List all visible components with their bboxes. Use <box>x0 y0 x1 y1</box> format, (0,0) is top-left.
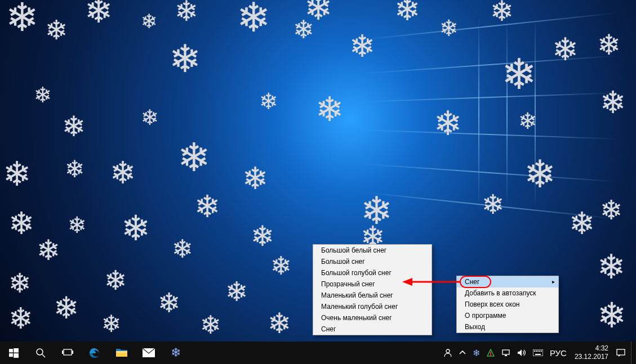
edge-icon <box>88 347 101 359</box>
svg-rect-23 <box>534 350 535 352</box>
svg-rect-26 <box>539 350 540 352</box>
windows-start-icon <box>9 348 19 358</box>
menu-item-label: Снег <box>465 278 479 286</box>
submenu-arrow-icon: ▸ <box>552 278 555 285</box>
taskbar: ❄ ❄ РУС 4:32 23.12.2017 <box>0 341 636 364</box>
svg-rect-28 <box>535 354 541 355</box>
menu-item-always-on-top[interactable]: Поверх всех окон <box>457 299 558 310</box>
menu-item-about[interactable]: О программе <box>457 310 558 321</box>
task-view-button[interactable] <box>54 341 81 364</box>
svg-rect-12 <box>72 350 73 354</box>
search-icon <box>35 348 46 358</box>
tray-keyboard-icon[interactable] <box>530 341 546 364</box>
tray-network-icon[interactable] <box>498 341 514 364</box>
svg-rect-24 <box>536 350 537 352</box>
submenu-item[interactable]: Очень маленький снег <box>313 312 432 323</box>
snow-app-taskbar-button[interactable]: ❄ <box>162 341 189 364</box>
svg-rect-19 <box>502 350 509 354</box>
svg-rect-7 <box>14 353 19 358</box>
tray-app-icon[interactable] <box>483 341 498 364</box>
tray-volume-icon[interactable] <box>514 341 530 364</box>
mail-app-button[interactable] <box>135 341 162 364</box>
submenu-item[interactable]: Маленький белый снег <box>313 290 432 301</box>
submenu-item[interactable]: Большой снег <box>313 256 432 267</box>
menu-item-snow[interactable]: Снег ▸ <box>457 276 558 287</box>
tray-clock[interactable]: 4:32 23.12.2017 <box>570 344 613 361</box>
svg-rect-11 <box>62 350 63 354</box>
submenu-item[interactable]: Большой белый снег <box>313 245 432 256</box>
tray-date: 23.12.2017 <box>575 353 608 361</box>
task-view-icon <box>62 348 73 357</box>
tray-snow-app-icon[interactable]: ❄ <box>469 341 483 364</box>
search-button[interactable] <box>27 341 54 364</box>
svg-rect-4 <box>9 349 13 352</box>
svg-rect-10 <box>64 349 72 355</box>
submenu-item[interactable]: Снег <box>313 323 432 335</box>
tray-people-icon[interactable] <box>440 341 456 364</box>
snowflake-icon: ❄ <box>473 348 480 358</box>
svg-rect-14 <box>116 351 127 353</box>
tray-time: 4:32 <box>595 344 608 353</box>
system-tray: ❄ РУС 4:32 23.12.2017 <box>440 341 636 364</box>
snow-submenu: Большой белый снег Большой снег Большой … <box>313 244 432 335</box>
edge-browser-button[interactable] <box>81 341 108 364</box>
tray-context-menu: Снег ▸ Добавить в автозапуск Поверх всех… <box>456 276 559 333</box>
file-explorer-button[interactable] <box>108 341 135 364</box>
svg-rect-20 <box>505 355 507 356</box>
svg-rect-6 <box>9 353 13 357</box>
svg-rect-27 <box>541 350 542 352</box>
svg-line-9 <box>42 354 45 357</box>
svg-rect-22 <box>533 349 543 356</box>
svg-rect-25 <box>537 350 539 352</box>
tray-chevron-up-icon[interactable] <box>456 341 469 364</box>
mail-icon <box>143 348 155 357</box>
show-desktop-button[interactable] <box>631 341 636 364</box>
start-button[interactable] <box>0 341 27 364</box>
tray-language-indicator[interactable]: РУС <box>546 341 570 364</box>
tray-action-center-icon[interactable] <box>613 341 629 364</box>
submenu-item[interactable]: Маленький голубой снег <box>313 301 432 312</box>
submenu-item[interactable]: Большой голубой снег <box>313 267 432 278</box>
svg-point-16 <box>446 349 450 353</box>
svg-rect-29 <box>617 349 625 355</box>
submenu-item[interactable]: Прозрачный снег <box>313 278 432 290</box>
svg-marker-21 <box>518 349 522 356</box>
menu-item-exit[interactable]: Выход <box>457 321 558 332</box>
svg-point-8 <box>37 349 43 355</box>
snowflake-icon: ❄ <box>171 345 181 360</box>
svg-rect-5 <box>14 348 19 353</box>
folder-icon <box>115 348 128 358</box>
menu-item-autostart[interactable]: Добавить в автозапуск <box>457 287 558 299</box>
windows-logo-streaks <box>360 17 619 208</box>
